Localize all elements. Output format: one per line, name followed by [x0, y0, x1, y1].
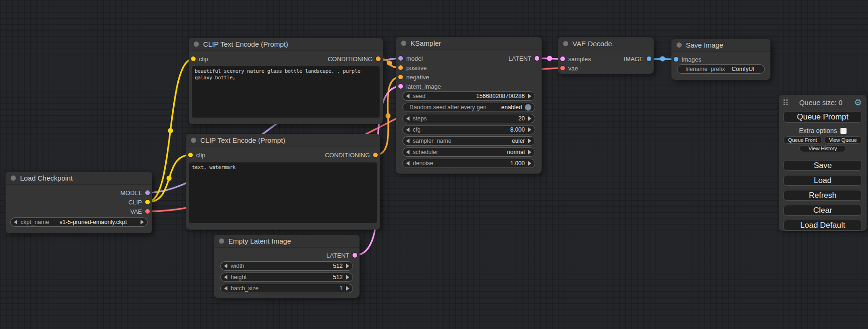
vae-slot-dot[interactable]: [145, 209, 150, 214]
positive-prompt-textarea[interactable]: beautiful scenery nature glass bottle la…: [192, 66, 380, 118]
steps-widget[interactable]: steps 20: [402, 114, 535, 123]
decrement-arrow-icon[interactable]: [14, 220, 17, 224]
clip-slot-dot[interactable]: [145, 200, 150, 204]
node-title-bar[interactable]: VAE Decode: [558, 37, 654, 50]
node-vae-decode[interactable]: VAE Decode samples IMAGE vae: [558, 37, 654, 74]
link-dot-clip-negative[interactable]: [167, 176, 172, 181]
view-history-button[interactable]: View History: [799, 145, 846, 152]
image-slot-dot[interactable]: [647, 56, 651, 61]
link-dot-latent[interactable]: [547, 56, 552, 61]
decrement-arrow-icon[interactable]: [406, 139, 409, 143]
clear-button[interactable]: Clear: [783, 205, 862, 216]
output-vae: VAE: [130, 208, 150, 215]
link-dot-image[interactable]: [660, 56, 665, 62]
conditioning-slot-dot[interactable]: [398, 75, 403, 79]
clip-slot-dot[interactable]: [188, 153, 193, 157]
node-title: KSampler: [410, 39, 441, 47]
link-dot-positive-conditioning[interactable]: [387, 61, 392, 66]
increment-arrow-icon[interactable]: [528, 94, 531, 98]
collapse-dot-icon[interactable]: [677, 42, 682, 48]
node-empty-latent-image[interactable]: Empty Latent Image LATENT width 512 heig…: [214, 235, 360, 298]
node-ksampler[interactable]: KSampler model LATENT positive negative: [396, 37, 542, 174]
link-dot-clip-positive[interactable]: [168, 128, 173, 133]
collapse-dot-icon[interactable]: [11, 175, 16, 181]
decrement-arrow-icon[interactable]: [406, 94, 409, 98]
increment-arrow-icon[interactable]: [528, 139, 531, 143]
increment-arrow-icon[interactable]: [141, 220, 144, 224]
filename-prefix-widget[interactable]: filename_prefix ComfyUI: [677, 64, 765, 74]
decrement-arrow-icon[interactable]: [406, 150, 409, 154]
decrement-arrow-icon[interactable]: [224, 286, 227, 291]
cfg-widget[interactable]: cfg 8.000: [402, 125, 535, 134]
node-title-bar[interactable]: Save Image: [671, 39, 770, 52]
collapse-dot-icon[interactable]: [563, 41, 568, 46]
node-clip-text-encode-negative[interactable]: CLIP Text Encode (Prompt) clip CONDITION…: [186, 134, 380, 230]
clip-slot-dot[interactable]: [191, 56, 196, 61]
decrement-arrow-icon[interactable]: [406, 161, 409, 166]
model-slot-dot[interactable]: [398, 56, 403, 61]
collapse-dot-icon[interactable]: [219, 238, 224, 244]
negative-prompt-textarea[interactable]: text, watermark: [189, 162, 377, 223]
collapse-dot-icon[interactable]: [191, 138, 196, 143]
vae-slot-dot[interactable]: [560, 66, 565, 70]
queue-prompt-button[interactable]: Queue Prompt: [783, 111, 862, 123]
extra-options-label: Extra options: [799, 127, 837, 134]
load-button[interactable]: Load: [783, 175, 862, 186]
conditioning-slot-dot[interactable]: [373, 153, 378, 157]
increment-arrow-icon[interactable]: [346, 275, 349, 280]
output-image: IMAGE: [624, 56, 651, 63]
output-latent: LATENT: [326, 252, 357, 259]
node-load-checkpoint[interactable]: Load Checkpoint MODEL CLIP VAE ckpt_name…: [6, 172, 152, 233]
decrement-arrow-icon[interactable]: [406, 116, 409, 121]
input-vae: vae: [560, 65, 578, 72]
decrement-arrow-icon[interactable]: [224, 275, 227, 280]
increment-arrow-icon[interactable]: [528, 161, 531, 166]
node-title-bar[interactable]: KSampler: [396, 37, 542, 50]
decrement-arrow-icon[interactable]: [406, 127, 409, 132]
increment-arrow-icon[interactable]: [346, 286, 349, 291]
save-button[interactable]: Save: [783, 160, 862, 171]
width-widget[interactable]: width 512: [220, 261, 353, 271]
model-slot-dot[interactable]: [145, 190, 150, 195]
increment-arrow-icon[interactable]: [528, 127, 531, 132]
link-dot-negative-conditioning[interactable]: [386, 113, 391, 119]
increment-arrow-icon[interactable]: [528, 150, 531, 154]
gear-icon[interactable]: ⚙: [854, 98, 862, 107]
conditioning-slot-dot[interactable]: [376, 56, 381, 61]
ckpt-name-widget[interactable]: ckpt_name v1-5-pruned-emaonly.ckpt: [10, 217, 148, 227]
latent-slot-dot[interactable]: [560, 56, 565, 61]
sampler-name-widget[interactable]: sampler_name euler: [402, 136, 535, 146]
increment-arrow-icon[interactable]: [346, 264, 349, 268]
scheduler-widget[interactable]: scheduler normal: [402, 147, 535, 157]
node-save-image[interactable]: Save Image images filename_prefix ComfyU…: [671, 39, 770, 80]
seed-widget[interactable]: seed 156680208700286: [402, 91, 535, 101]
latent-slot-dot[interactable]: [353, 253, 357, 258]
load-default-button[interactable]: Load Default: [783, 220, 862, 231]
extra-options-checkbox[interactable]: [840, 128, 847, 134]
node-title: Empty Latent Image: [228, 237, 291, 245]
refresh-button[interactable]: Refresh: [783, 190, 862, 201]
denoise-widget[interactable]: denoise 1.000: [402, 159, 535, 168]
queue-front-button[interactable]: Queue Front: [783, 136, 822, 144]
node-title-bar[interactable]: Empty Latent Image: [214, 235, 360, 248]
node-title-bar[interactable]: Load Checkpoint: [6, 172, 152, 185]
node-title-bar[interactable]: CLIP Text Encode (Prompt): [186, 134, 380, 147]
latent-slot-dot[interactable]: [398, 84, 403, 89]
batch-size-widget[interactable]: batch_size 1: [220, 284, 353, 293]
view-queue-button[interactable]: View Queue: [824, 136, 862, 144]
conditioning-slot-dot[interactable]: [398, 65, 403, 70]
decrement-arrow-icon[interactable]: [224, 264, 227, 268]
input-clip: clip: [191, 56, 208, 63]
increment-arrow-icon[interactable]: [528, 116, 531, 121]
node-title: CLIP Text Encode (Prompt): [200, 136, 285, 144]
random-seed-toggle-widget[interactable]: Random seed after every gen enabled: [402, 103, 535, 112]
collapse-dot-icon[interactable]: [401, 41, 406, 46]
height-widget[interactable]: height 512: [220, 273, 353, 282]
collapse-dot-icon[interactable]: [194, 42, 199, 47]
node-clip-text-encode-positive[interactable]: CLIP Text Encode (Prompt) clip CONDITION…: [189, 38, 383, 124]
image-slot-dot[interactable]: [674, 57, 678, 62]
node-title-bar[interactable]: CLIP Text Encode (Prompt): [189, 38, 383, 51]
drag-handle-icon[interactable]: [783, 99, 788, 105]
toggle-dot-icon[interactable]: [525, 104, 531, 111]
latent-slot-dot[interactable]: [535, 56, 539, 61]
